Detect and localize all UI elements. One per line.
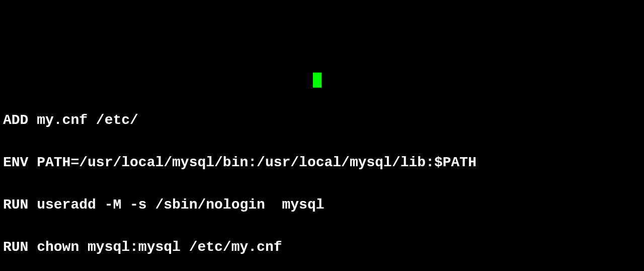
terminal-top-partial-line <box>3 87 641 89</box>
terminal-line[interactable]: RUN useradd -M -s /sbin/nologin mysql <box>3 194 641 216</box>
terminal-line[interactable]: RUN chown mysql:mysql /etc/my.cnf <box>3 237 641 258</box>
terminal-line[interactable]: ADD my.cnf /etc/ <box>3 110 641 131</box>
cursor-icon <box>313 73 321 88</box>
terminal-line[interactable]: ENV PATH=/usr/local/mysql/bin:/usr/local… <box>3 152 641 173</box>
